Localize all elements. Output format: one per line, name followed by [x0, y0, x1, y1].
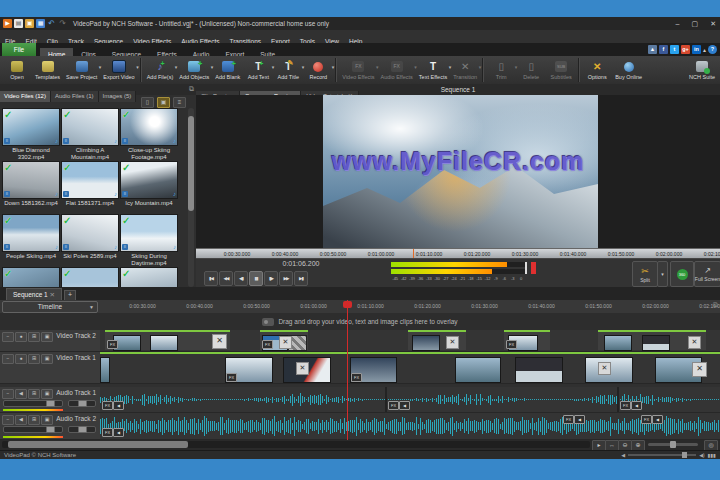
clip-volume-icon[interactable]: ◀	[652, 415, 663, 424]
media-bin-scrollbar[interactable]	[188, 108, 194, 287]
video-effects-button[interactable]: FX Video Effects ▾	[339, 56, 377, 84]
track-mute-button[interactable]: ◀	[15, 415, 27, 425]
volume-slider[interactable]	[628, 454, 696, 456]
transition-x-icon[interactable]: ✕	[212, 334, 227, 349]
scrollbar-thumb[interactable]	[188, 116, 194, 211]
add-blank-button[interactable]: + Add Blank	[212, 56, 243, 84]
transition-x-icon[interactable]: ✕	[279, 336, 292, 349]
tab-video-files[interactable]: Video Files (12)	[0, 91, 51, 102]
transport-button[interactable]: ◀▮	[234, 271, 248, 286]
track-motion-button[interactable]: ⊞	[28, 332, 40, 342]
undock-panel-icon[interactable]: ⧉	[189, 85, 194, 93]
add-objects-button[interactable]: + Add Objects ▾	[176, 56, 212, 84]
clip-fx-icon[interactable]: FX	[506, 340, 517, 349]
delete-button[interactable]: ▯ Delete	[516, 56, 546, 84]
templates-button[interactable]: Templates	[32, 56, 63, 84]
new-project-icon[interactable]: ▤	[14, 19, 23, 28]
collapse-ribbon-icon[interactable]: ▴	[703, 46, 706, 53]
maximize-button[interactable]: ▢	[692, 17, 699, 30]
transport-button[interactable]: ▮◀	[204, 271, 218, 286]
clip-fx-icon[interactable]: FX	[102, 428, 113, 437]
scrollbar-thumb[interactable]	[8, 441, 188, 448]
googleplus-icon[interactable]: g+	[681, 45, 690, 54]
slider-thumb[interactable]	[78, 400, 87, 407]
video-track-1-area[interactable]: FX ✕ FX ✕ ✕	[100, 352, 720, 384]
timeline-scrollbar[interactable]	[2, 441, 590, 448]
delete-clip-icon[interactable]: ▯	[141, 97, 154, 108]
trim-button[interactable]: ▯ Trim ▾	[486, 56, 516, 84]
timeline-clip[interactable]: ✕ FX	[260, 330, 308, 350]
media-clip[interactable]: ✓≡♪	[61, 267, 119, 287]
tab-images[interactable]: Images (5)	[99, 91, 137, 102]
clip-volume-icon[interactable]: ◀	[574, 415, 585, 424]
clip-fx-icon[interactable]: FX	[620, 401, 631, 410]
playhead-handle[interactable]	[343, 301, 352, 308]
open-button[interactable]: Open	[2, 56, 32, 84]
clip-volume-icon[interactable]: ◀	[113, 428, 124, 437]
transition-x-icon[interactable]: ✕	[688, 336, 701, 349]
audio-track-2-area[interactable]: FX ◀ FX ◀ FX ◀	[100, 413, 720, 440]
fullscreen-button[interactable]: ↗ Full Screen	[694, 261, 720, 287]
volume-slider[interactable]	[3, 426, 63, 433]
split-button[interactable]: ✂ Split	[632, 261, 658, 287]
transport-button[interactable]: ▮▮	[249, 271, 263, 286]
volume-slider[interactable]	[3, 400, 63, 407]
tab-audio-files[interactable]: Audio Files (1)	[51, 91, 99, 102]
audio-effects-button[interactable]: FX Audio Effects ▾	[378, 56, 416, 84]
track-lock-button[interactable]: ▣	[41, 389, 53, 399]
transport-button[interactable]: ▶▮	[294, 271, 308, 286]
collapse-track-button[interactable]: −	[2, 354, 14, 364]
slider-thumb[interactable]	[670, 441, 676, 448]
timeline-ruler[interactable]: 0:00:30.0000:00:40.0000:00:50.0000:01:00…	[100, 300, 720, 313]
pan-slider[interactable]	[68, 400, 96, 407]
transition-x-icon[interactable]: ✕	[296, 362, 309, 375]
track-lock-button[interactable]: ▣	[41, 332, 53, 342]
track-motion-button[interactable]: ⊞	[28, 354, 40, 364]
transport-button[interactable]: ▮▶	[264, 271, 278, 286]
transition-x-icon[interactable]: ✕	[446, 336, 459, 349]
timeline-clip[interactable]: ✕	[408, 330, 466, 350]
close-button[interactable]: ✕	[710, 17, 716, 30]
slider-thumb[interactable]	[682, 452, 687, 458]
clip-volume-icon[interactable]: ◀	[631, 401, 642, 410]
open-project-icon[interactable]: ▣	[25, 19, 34, 28]
clip-fx-icon[interactable]: FX	[388, 401, 399, 410]
clip-fx-icon[interactable]: FX	[262, 340, 273, 349]
split-dropdown[interactable]: ▾	[657, 261, 668, 287]
timeline-clip[interactable]: FX	[504, 330, 550, 350]
add-files-button[interactable]: ♪+ Add File(s) ▾	[144, 56, 177, 84]
media-clip[interactable]: ✓≡♪Climbing A Mountain.mp4	[61, 108, 119, 161]
nch-suite-button[interactable]: NCH Suite	[686, 56, 718, 84]
media-clip[interactable]: ✓≡♪Close-up Skiing Footage.mp4	[120, 108, 178, 161]
track-mute-button[interactable]: ◀	[15, 389, 27, 399]
transition-button[interactable]: ✕ Transition ▾	[450, 56, 480, 84]
collapse-track-button[interactable]: −	[2, 389, 14, 399]
clip-fx-icon[interactable]: FX	[107, 340, 118, 349]
tab-file[interactable]: File	[2, 43, 36, 56]
add-text-button[interactable]: T+ Add Text ▾	[243, 56, 273, 84]
clip-fx-icon[interactable]: FX	[563, 415, 574, 424]
help-icon[interactable]: ?	[708, 45, 717, 54]
track-visibility-button[interactable]: ●	[15, 354, 27, 364]
like-icon[interactable]: ▲	[648, 45, 657, 54]
close-tab-icon[interactable]: ✕	[50, 291, 55, 298]
clip-fx-icon[interactable]: FX	[226, 373, 237, 382]
slider-thumb[interactable]	[46, 400, 55, 407]
clip-fx-icon[interactable]: FX	[641, 415, 652, 424]
media-clip[interactable]: ✓≡♪Ski Poles 2589.mp4	[61, 214, 119, 267]
media-clip[interactable]: ✓≡♪Blue Diamond 3302.mp4	[2, 108, 60, 161]
transport-button[interactable]: ◀◀	[219, 271, 233, 286]
transition-x-icon[interactable]: ✕	[598, 362, 611, 375]
media-clip[interactable]: ✓≡♪	[2, 267, 60, 287]
transport-button[interactable]: ▶▶	[279, 271, 293, 286]
track-motion-button[interactable]: ⊞	[28, 415, 40, 425]
save-project-button[interactable]: Save Project ▾	[63, 56, 100, 84]
timeline-mode-dropdown[interactable]: Timeline▼	[2, 301, 98, 313]
facebook-icon[interactable]: f	[659, 45, 668, 54]
view-360-button[interactable]: 360	[670, 261, 694, 287]
list-view-icon[interactable]: ≡	[173, 97, 186, 108]
linkedin-icon[interactable]: in	[692, 45, 701, 54]
add-folder-icon[interactable]: ▣	[157, 97, 170, 108]
slider-thumb[interactable]	[78, 426, 87, 433]
transition-x-icon[interactable]: ✕	[692, 362, 707, 377]
